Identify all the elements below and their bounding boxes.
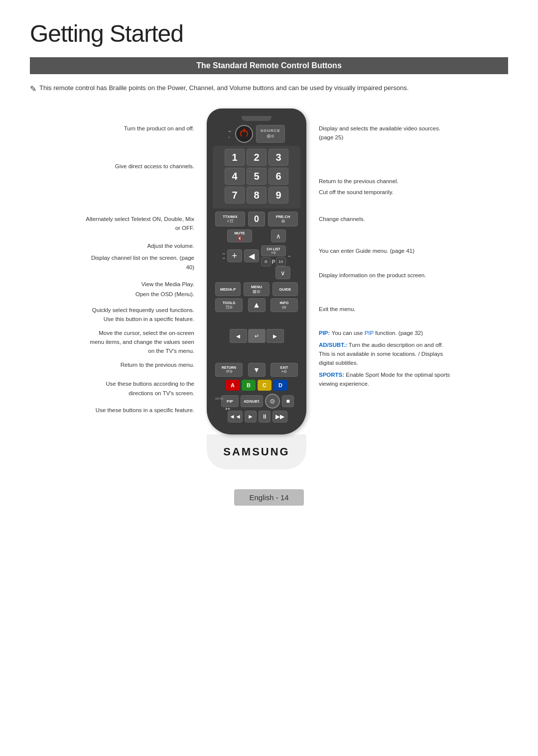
guide-button[interactable]: GUIDE <box>272 282 298 296</box>
menu-button[interactable]: MENU ⊞⊙ <box>244 282 269 296</box>
diagram-area: Turn the product on and off. Give direct… <box>30 108 508 469</box>
ann-info-text: Display information on the product scree… <box>319 272 426 278</box>
right-ann-ch: Change channels. <box>319 214 453 223</box>
info-button[interactable]: INFO i⊙ <box>270 298 298 312</box>
ann-guide-text: You can enter Guide menu. (page 41) <box>319 248 414 254</box>
rewind-button[interactable]: ◄◄ <box>228 411 243 423</box>
return-label: RETURN <box>222 366 236 369</box>
nav-right-button[interactable]: ► <box>267 329 284 343</box>
exit-button[interactable]: EXIT +⊙ <box>270 363 298 377</box>
samsung-logo: SAMSUNG <box>223 445 289 458</box>
return-button[interactable]: RETURN ↺⊙ <box>215 363 243 377</box>
left-ann-media: View the Media Play. <box>85 279 194 288</box>
number-pad: 1 2 3 4 <box>213 146 300 209</box>
chlist-icon: ≡⊙ <box>271 251 276 255</box>
note-icon: ✎ <box>30 84 36 94</box>
ch-dn-button[interactable]: ∨ <box>275 266 290 279</box>
right-ann-mute: Cut off the sound temporarily. <box>319 187 453 196</box>
braille-note: ✎ This remote control has Braille points… <box>30 84 508 94</box>
btn-3[interactable]: 3 <box>269 149 288 166</box>
chlist-button[interactable]: CH LIST ≡⊙ <box>261 245 286 256</box>
down-button[interactable]: ▼ <box>248 363 266 377</box>
color-d-button[interactable]: D <box>273 380 287 391</box>
nav-enter-button[interactable]: ↵ <box>248 329 266 343</box>
ann-ch-text: Change channels. <box>319 216 365 222</box>
ttx-button[interactable]: TTX/MIX ≡☷ <box>215 212 245 226</box>
ff-button[interactable]: ▶▶ <box>272 411 287 423</box>
mediap-button[interactable]: MEDIA.P <box>215 282 241 296</box>
braille-dots-left: •• • <box>228 129 231 139</box>
num-row-3: 7 8 9 <box>216 187 297 204</box>
mute-label: MUTE <box>234 231 245 235</box>
ttx-zero-prech-row: TTX/MIX ≡☷ 0 PRE-CH ⊟ <box>213 212 300 226</box>
left-annotations: Turn the product on and off. Give direct… <box>85 108 199 414</box>
color-b-label: B <box>247 382 251 388</box>
right-ann-adsubt: AD/SUBT.: Turn the audio description on … <box>319 340 453 367</box>
btn-9[interactable]: 9 <box>269 187 288 204</box>
color-a-button[interactable]: A <box>226 380 240 391</box>
color-c-button[interactable]: C <box>258 380 271 391</box>
power-source-row: •• • SOURCE ⊕≡ <box>213 125 300 143</box>
source-button[interactable]: SOURCE ⊕≡ <box>256 125 285 143</box>
btn-8[interactable]: 8 <box>247 187 267 204</box>
btn-1[interactable]: 1 <box>225 149 245 166</box>
ch-dn-row: ∨ <box>213 266 300 279</box>
settings-button[interactable]: ⚙ <box>265 394 280 409</box>
source-label: SOURCE <box>261 128 280 133</box>
mute-icon: 🔇 <box>237 235 243 241</box>
power-button[interactable] <box>235 125 253 143</box>
btn-5[interactable]: · 5 <box>247 168 267 185</box>
mute-button[interactable]: MUTE 🔇 <box>227 229 252 242</box>
nav-left-button[interactable]: ◄ <box>230 329 247 343</box>
vol-dn-icon: ◀ <box>249 251 255 261</box>
braille-note-text: This remote control has Braille points o… <box>39 84 408 92</box>
vol-dn-button[interactable]: ◀ <box>244 249 259 262</box>
btn-0[interactable]: 0 <box>248 212 265 226</box>
mute-row: MUTE 🔇 ∧ <box>213 229 300 242</box>
up-button[interactable]: ▲ <box>248 298 266 312</box>
play-button[interactable]: ► <box>245 411 257 423</box>
left-ann-power: Turn the product on and off. <box>85 123 194 132</box>
remote-body: •• • SOURCE ⊕≡ <box>207 108 306 434</box>
ch-up-icon: ∧ <box>276 232 281 240</box>
right-ann-info: Display information on the product scree… <box>319 270 453 279</box>
adsubt-label: AD/SUBT. <box>244 400 260 403</box>
adsubt-button[interactable]: AD/SUBT. <box>241 395 263 407</box>
section-header: The Standard Remote Control Buttons <box>30 57 508 74</box>
ann-return-text: Return to the previous menu. <box>121 362 194 368</box>
vol-ch-row: •• •• + ◀ <box>213 245 300 266</box>
btn-7[interactable]: 7 <box>225 187 245 204</box>
power-symbol-icon <box>240 130 248 138</box>
num-row-2: 4 · 5 6 <box>216 168 297 185</box>
nav-cross-wrapper: ◄ ↵ ► <box>213 314 300 361</box>
right-ann-sports: SPORTS: Enable Sport Mode for the optima… <box>319 370 453 388</box>
color-c-label: C <box>263 382 267 388</box>
ttx-icon: ≡☷ <box>227 219 233 223</box>
btn-4[interactable]: 4 <box>225 168 245 185</box>
remote-control-area: •• • SOURCE ⊕≡ <box>199 108 314 469</box>
ann-source-text: Display and selects the available video … <box>319 125 440 140</box>
prech-icon: ⊟ <box>281 219 285 223</box>
left-ann-specific: Use these buttons in a specific feature. <box>85 405 194 414</box>
sp15-label: SP/15 <box>215 397 223 400</box>
playback-row: ▶▶ ◄◄ ► ⏸ ▶▶ <box>213 411 300 423</box>
btn-6[interactable]: 6 <box>269 168 288 185</box>
pause-button[interactable]: ⏸ <box>259 411 270 423</box>
page-number-label: English - 14 <box>234 489 303 506</box>
pip-button[interactable]: PIP <box>221 395 239 407</box>
color-buttons-row: A B C D <box>213 380 300 391</box>
prech-button[interactable]: PRE-CH ⊟ <box>268 212 298 226</box>
ann-specific-text: Use these buttons in a specific feature. <box>96 407 194 413</box>
left-ann-volume: Adjust the volume. <box>85 241 194 250</box>
stop-button[interactable]: ■ <box>282 395 294 407</box>
ch-up-button[interactable]: ∧ <box>271 229 286 242</box>
tools-button[interactable]: TOOLS ☷⊙ <box>215 298 243 312</box>
color-b-button[interactable]: B <box>242 380 256 391</box>
vol-ch-section: MUTE 🔇 ∧ •• •• <box>213 229 300 279</box>
p-indicator: ⊟ P 1⊙ <box>261 257 286 266</box>
vol-up-button[interactable]: + <box>227 249 242 262</box>
exit-label: EXIT <box>280 366 288 369</box>
left-ann-chlist: Display channel list on the screen. (pag… <box>85 253 194 271</box>
down-arrow-icon: ▼ <box>253 366 260 374</box>
btn-2[interactable]: 2 <box>247 149 267 166</box>
